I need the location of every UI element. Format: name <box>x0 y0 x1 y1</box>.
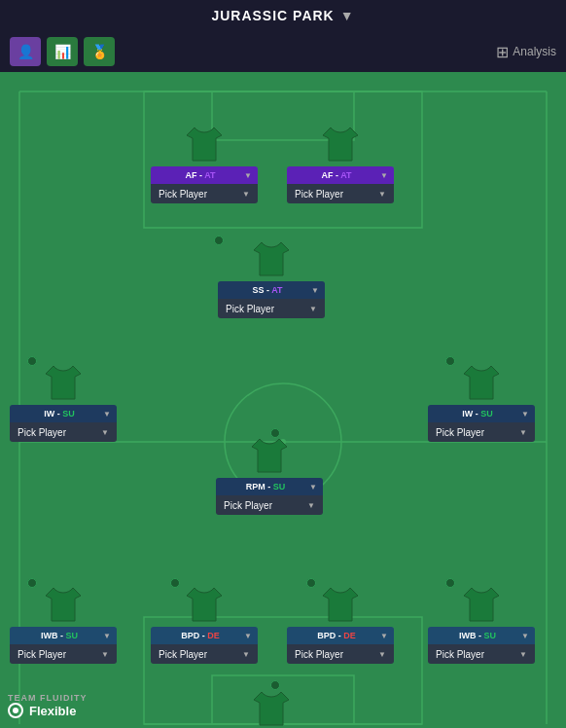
person-button[interactable]: 👤 <box>10 37 41 66</box>
player-slot-ss-at: SS - AT ▼ Pick Player ▼ <box>218 240 325 318</box>
role-badge-af-at-right[interactable]: AF - AT ▼ <box>287 166 394 184</box>
dot-5 <box>170 578 180 588</box>
toolbar-left: 👤 📊 🏅 <box>10 37 115 66</box>
shirt-sk-de <box>254 690 289 728</box>
role-badge-bpd-de-right[interactable]: BPD - DE ▼ <box>287 627 394 644</box>
role-dropdown-icon-af-at-left[interactable]: ▼ <box>244 171 252 180</box>
pick-player-label-af-at-left: Pick Player <box>159 189 207 200</box>
shirt-iw-su-right <box>464 364 499 405</box>
pick-player-arrow-iwb-su-right: ▼ <box>519 650 527 659</box>
role-text-af-at-left: AF - AT <box>157 170 244 180</box>
analysis-button[interactable]: ⊞ Analysis <box>496 43 556 61</box>
role-dropdown-icon-iwb-su-right[interactable]: ▼ <box>521 632 529 640</box>
pick-player-arrow-iw-su-right: ▼ <box>519 428 527 437</box>
shirt-af-at-right <box>323 126 358 166</box>
pick-player-label-iw-su-right: Pick Player <box>436 427 484 438</box>
player-slot-rpm-su: RPM - SU ▼ Pick Player ▼ <box>216 437 323 515</box>
dot-7 <box>445 578 455 588</box>
role-text-iwb-su-right: IWB - SU <box>434 631 521 640</box>
role-badge-bpd-de-left[interactable]: BPD - DE ▼ <box>151 627 258 644</box>
pick-player-btn-iwb-su-right[interactable]: Pick Player ▼ <box>428 644 535 664</box>
team-name: JURASSIC PARK <box>211 8 334 23</box>
badge-button[interactable]: 🏅 <box>84 37 115 66</box>
pick-player-btn-af-at-left[interactable]: Pick Player ▼ <box>151 184 258 203</box>
dot-0 <box>214 236 224 245</box>
shirt-bpd-de-right <box>323 586 358 627</box>
role-dropdown-icon-iw-su-left[interactable]: ▼ <box>103 410 111 419</box>
player-slot-af-at-right: AF - AT ▼ Pick Player ▼ <box>287 126 394 203</box>
pick-player-label-iw-su-left: Pick Player <box>18 427 66 438</box>
pick-player-arrow-af-at-left: ▼ <box>242 190 250 199</box>
role-dropdown-icon-af-at-right[interactable]: ▼ <box>380 171 388 180</box>
pitch: AF - AT ▼ Pick Player ▼ AF - AT ▼ Pick P… <box>0 72 566 728</box>
dot-6 <box>306 578 316 588</box>
player-slot-iw-su-right: IW - SU ▼ Pick Player ▼ <box>428 364 535 442</box>
shirt-bpd-de-left <box>187 586 222 627</box>
pick-player-btn-af-at-right[interactable]: Pick Player ▼ <box>287 184 394 203</box>
header: JURASSIC PARK ▼ <box>0 0 566 31</box>
role-text-iwb-su-left: IWB - SU <box>16 631 103 640</box>
pick-player-btn-bpd-de-right[interactable]: Pick Player ▼ <box>287 644 394 664</box>
role-text-rpm-su: RPM - SU <box>222 482 309 491</box>
role-badge-rpm-su[interactable]: RPM - SU ▼ <box>216 478 323 495</box>
role-badge-iwb-su-left[interactable]: IWB - SU ▼ <box>10 627 117 644</box>
role-badge-ss-at[interactable]: SS - AT ▼ <box>218 281 325 299</box>
player-slot-iwb-su-right: IWB - SU ▼ Pick Player ▼ <box>428 586 535 664</box>
fluidity-icon <box>8 703 23 718</box>
pick-player-arrow-af-at-right: ▼ <box>378 190 386 199</box>
pick-player-label-iwb-su-right: Pick Player <box>436 649 484 660</box>
pick-player-btn-rpm-su[interactable]: Pick Player ▼ <box>216 495 323 515</box>
role-text-iw-su-right: IW - SU <box>434 409 521 419</box>
shirt-iwb-su-left <box>46 586 81 627</box>
dot-8 <box>270 680 280 690</box>
dot-3 <box>270 428 280 438</box>
role-text-bpd-de-left: BPD - DE <box>157 631 244 640</box>
toolbar: 👤 📊 🏅 ⊞ Analysis <box>0 31 566 72</box>
role-text-af-at-right: AF - AT <box>293 170 380 180</box>
player-slot-bpd-de-right: BPD - DE ▼ Pick Player ▼ <box>287 586 394 664</box>
shirt-rpm-su <box>252 437 287 478</box>
pick-player-btn-iwb-su-left[interactable]: Pick Player ▼ <box>10 644 117 664</box>
pick-player-arrow-iwb-su-left: ▼ <box>101 650 109 659</box>
role-text-ss-at: SS - AT <box>224 285 311 295</box>
dot-1 <box>27 356 37 366</box>
role-dropdown-icon-bpd-de-left[interactable]: ▼ <box>244 632 252 640</box>
pick-player-btn-bpd-de-left[interactable]: Pick Player ▼ <box>151 644 258 664</box>
shirt-af-at-left <box>187 126 222 166</box>
role-badge-iw-su-right[interactable]: IW - SU ▼ <box>428 405 535 422</box>
stats-button[interactable]: 📊 <box>47 37 78 66</box>
pick-player-arrow-ss-at: ▼ <box>309 305 317 313</box>
fluidity-text: Flexible <box>29 704 76 718</box>
role-badge-iwb-su-right[interactable]: IWB - SU ▼ <box>428 627 535 644</box>
role-dropdown-icon-iwb-su-left[interactable]: ▼ <box>103 632 111 640</box>
shirt-iw-su-left <box>46 364 81 405</box>
role-dropdown-icon-iw-su-right[interactable]: ▼ <box>521 410 529 419</box>
pick-player-arrow-iw-su-left: ▼ <box>101 428 109 437</box>
pick-player-arrow-bpd-de-right: ▼ <box>378 650 386 659</box>
pick-player-btn-ss-at[interactable]: Pick Player ▼ <box>218 299 325 318</box>
role-text-bpd-de-right: BPD - DE <box>293 631 380 640</box>
team-dropdown-icon[interactable]: ▼ <box>340 8 355 23</box>
dot-4 <box>27 578 37 588</box>
pick-player-btn-iw-su-left[interactable]: Pick Player ▼ <box>10 422 117 442</box>
team-fluidity-value[interactable]: Flexible <box>8 703 88 718</box>
role-badge-iw-su-left[interactable]: IW - SU ▼ <box>10 405 117 422</box>
pick-player-btn-iw-su-right[interactable]: Pick Player ▼ <box>428 422 535 442</box>
pick-player-label-af-at-right: Pick Player <box>295 189 343 200</box>
role-dropdown-icon-rpm-su[interactable]: ▼ <box>309 483 317 491</box>
role-dropdown-icon-bpd-de-right[interactable]: ▼ <box>380 632 388 640</box>
shirt-ss-at <box>254 240 289 281</box>
pick-player-arrow-rpm-su: ▼ <box>307 501 315 510</box>
role-badge-af-at-left[interactable]: AF - AT ▼ <box>151 166 258 184</box>
player-slot-bpd-de-left: BPD - DE ▼ Pick Player ▼ <box>151 586 258 664</box>
player-slot-iw-su-left: IW - SU ▼ Pick Player ▼ <box>10 364 117 442</box>
team-fluidity: TEAM FLUIDITY Flexible <box>8 693 88 718</box>
player-slot-iwb-su-left: IWB - SU ▼ Pick Player ▼ <box>10 586 117 664</box>
player-slot-af-at-left: AF - AT ▼ Pick Player ▼ <box>151 126 258 203</box>
shirt-iwb-su-right <box>464 586 499 627</box>
role-text-iw-su-left: IW - SU <box>16 409 103 419</box>
player-slot-sk-de: SK - DE ▼ Pick Player ▼ <box>218 690 325 728</box>
pick-player-label-iwb-su-left: Pick Player <box>18 649 66 660</box>
team-fluidity-label: TEAM FLUIDITY <box>8 693 88 703</box>
role-dropdown-icon-ss-at[interactable]: ▼ <box>311 286 319 295</box>
